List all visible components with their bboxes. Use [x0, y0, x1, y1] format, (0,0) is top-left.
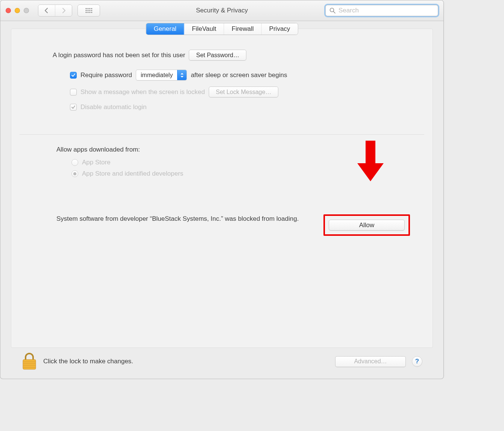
allow-button[interactable]: Allow: [329, 220, 405, 231]
back-button[interactable]: [38, 5, 55, 16]
chevron-left-icon: [44, 8, 49, 13]
svg-point-3: [91, 8, 92, 9]
search-field[interactable]: Search: [325, 5, 438, 16]
radio-appstore-label: App Store: [82, 159, 111, 166]
disable-auto-login-label: Disable automatic login: [80, 103, 147, 111]
down-arrow-icon: [357, 141, 384, 182]
disable-auto-login-checkbox: [70, 104, 77, 111]
require-password-label: Require password: [80, 71, 132, 79]
svg-rect-14: [366, 141, 375, 163]
lock-message: Click the lock to make changes.: [43, 358, 133, 365]
svg-point-0: [86, 8, 87, 9]
allow-heading: Allow apps downloaded from:: [56, 146, 395, 153]
radio-appstore: [71, 159, 78, 166]
svg-point-6: [90, 10, 91, 11]
allow-highlight: Allow: [323, 214, 410, 236]
row-disable-auto-login: Disable automatic login: [70, 103, 395, 111]
divider: [20, 134, 424, 135]
svg-point-4: [86, 10, 87, 11]
row-login-password: A login password has not been set for th…: [53, 50, 395, 61]
show-message-label: Show a message when the screen is locked: [80, 88, 205, 96]
blocked-area: System software from developer “BlueStac…: [11, 181, 433, 236]
check-icon: [71, 105, 76, 109]
svg-point-2: [90, 8, 91, 9]
svg-point-10: [90, 12, 91, 13]
minimize-button[interactable]: [15, 8, 20, 13]
svg-rect-15: [23, 360, 36, 369]
chevron-right-icon: [61, 8, 66, 13]
radio-appstore-row: App Store: [71, 159, 395, 166]
svg-line-13: [334, 12, 335, 14]
advanced-button[interactable]: Advanced…: [335, 356, 406, 367]
tab-bar: General FileVault Firewall Privacy: [146, 23, 298, 35]
popup-arrows: [177, 70, 187, 80]
traffic-lights: [6, 8, 29, 13]
annotation-arrow: [357, 141, 384, 182]
svg-point-8: [86, 12, 87, 13]
grid-icon: [85, 8, 92, 13]
check-icon: [71, 73, 76, 77]
inner: A login password has not been set for th…: [11, 29, 433, 121]
titlebar: Security & Privacy Search: [0, 0, 443, 21]
require-password-checkbox[interactable]: [70, 72, 77, 79]
zoom-button: [24, 8, 29, 13]
svg-point-1: [88, 8, 89, 9]
svg-point-11: [91, 12, 92, 13]
footer: Click the lock to make changes. Advanced…: [11, 348, 433, 375]
set-password-button[interactable]: Set Password…: [189, 50, 246, 61]
radio-identified-label: App Store and identified developers: [82, 170, 183, 178]
require-password-suffix: after sleep or screen saver begins: [191, 71, 287, 79]
lock-icon[interactable]: [21, 352, 37, 371]
radio-identified-row: App Store and identified developers: [71, 170, 395, 178]
tab-filevault[interactable]: FileVault: [184, 23, 224, 35]
prefs-window: Security & Privacy Search General FileVa…: [0, 0, 444, 379]
require-delay-value: immediately: [136, 72, 177, 79]
forward-button[interactable]: [55, 5, 72, 16]
search-placeholder: Search: [339, 7, 359, 14]
tab-firewall[interactable]: Firewall: [224, 23, 262, 35]
radio-identified: [71, 170, 78, 177]
login-password-label: A login password has not been set for th…: [53, 52, 185, 59]
show-all-button[interactable]: [77, 5, 100, 17]
svg-point-7: [91, 10, 92, 11]
nav-group: [38, 5, 72, 17]
svg-point-5: [88, 10, 89, 11]
require-delay-popup[interactable]: immediately: [136, 70, 187, 80]
svg-point-9: [88, 12, 89, 13]
help-button[interactable]: ?: [412, 356, 422, 367]
row-require-password: Require password immediately after sleep…: [70, 70, 395, 80]
blocked-message: System software from developer “BlueStac…: [56, 214, 299, 224]
updown-icon: [180, 73, 184, 78]
indent-block: Require password immediately after sleep…: [70, 70, 395, 113]
panel: General FileVault Firewall Privacy A log…: [11, 29, 433, 348]
row-show-message: Show a message when the screen is locked…: [70, 87, 395, 97]
tab-privacy[interactable]: Privacy: [262, 23, 298, 35]
set-lock-message-button: Set Lock Message…: [209, 87, 279, 97]
search-icon: [329, 8, 335, 14]
content: General FileVault Firewall Privacy A log…: [0, 21, 443, 379]
show-message-checkbox[interactable]: [70, 89, 77, 96]
close-button[interactable]: [6, 8, 11, 13]
tab-general[interactable]: General: [146, 23, 184, 35]
